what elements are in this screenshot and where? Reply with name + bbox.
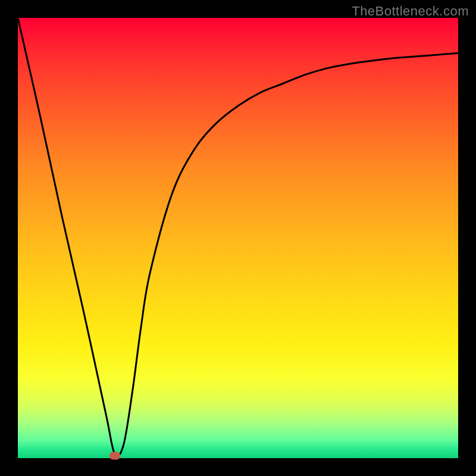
watermark-text: TheBottleneck.com	[352, 4, 469, 19]
plot-area	[18, 18, 458, 458]
bottleneck-curve	[18, 18, 458, 458]
curve-path	[18, 18, 458, 456]
chart-frame: TheBottleneck.com	[0, 0, 476, 476]
optimal-point-marker	[109, 452, 120, 460]
